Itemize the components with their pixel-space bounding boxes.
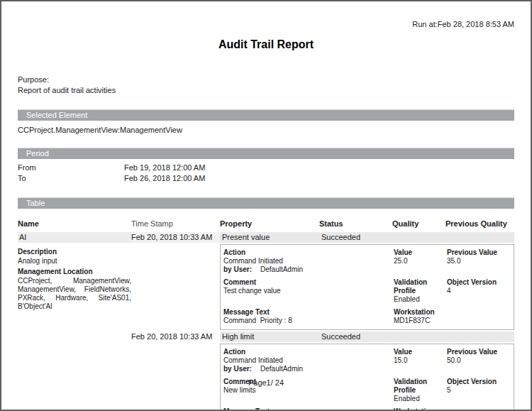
column-header-quality: Quality [392,219,445,228]
action-value: Command Initiated [223,356,389,365]
value-value: 15.0 [394,356,443,365]
validation-profile-label: Validation Profile [394,278,443,295]
entry-property-block: Present value Succeeded Action Command I… [220,232,514,330]
value-cell: Value 25.0 [391,246,444,276]
object-version-label: Object Version [447,278,512,287]
period-block: From Feb 19, 2018 12:00 AM To Feb 26, 20… [18,163,514,184]
workstation-cell: Workstation MD1F837C [391,306,444,327]
purpose-label: Purpose: [18,75,514,85]
entry-status: Succeeded [321,232,514,243]
period-from-row: From Feb 19, 2018 12:00 AM [18,163,514,173]
comment-value: Test change value [223,287,389,295]
object-name: AI [18,232,131,243]
management-location-label: Management Location [18,267,131,276]
action-label: Action [223,348,389,356]
message-text-value: Command Priority : 8 [223,317,389,325]
object-description-block: Description Analog input Management Loca… [18,247,131,311]
period-section-header: Period [18,148,514,159]
entry-property-block: High limit Succeeded Action Command Init… [220,331,514,411]
column-header-status: Status [319,219,392,228]
by-user-label: by User: [223,365,252,373]
entry-status: Succeeded [321,331,514,342]
message-text-cell: Message Text Change [221,405,391,411]
period-from-value: Feb 19, 2018 12:00 AM [124,163,205,173]
previous-value-cell: Previous Value 35.0 [444,246,514,276]
purpose-text: Report of audit trail activities [18,85,514,96]
column-header-previous-quality: Previous Quality [445,219,514,228]
value-value: 25.0 [394,257,443,265]
page-number: Page1/ 24 [1,378,531,387]
period-to-value: Feb 26, 2018 12:00 AM [124,173,205,184]
purpose-block: Purpose: Report of audit trail activitie… [18,75,514,96]
entry-detail-box: Action Command Initiated by User:Default… [220,344,514,411]
action-cell: Action Command Initiated by User:Default… [221,246,391,276]
value-label: Value [394,348,443,356]
empty-cell [444,405,514,411]
report-page: Run at:Feb 28, 2018 8:53 AM Audit Trail … [0,0,532,411]
validation-profile-value: Enabled [394,295,443,304]
by-user-value: DefaultAdmin [260,365,303,373]
selected-element-value: CCProject.ManagementView:ManagementView [18,126,514,134]
previous-value-cell: Previous Value 50.0 [444,346,514,376]
validation-profile-cell: Validation Profile Enabled [391,276,444,306]
value-label: Value [394,248,443,257]
previous-value-label: Previous Value [447,348,512,356]
period-from-label: From [18,163,124,173]
page-title: Audit Trail Report [18,38,514,51]
period-to-label: To [18,173,124,184]
by-user-line: by User:DefaultAdmin [223,265,389,274]
empty-cell [444,306,514,327]
entry-property-strip: Present value Succeeded [220,232,514,243]
column-header-time-stamp: Time Stamp [131,219,220,228]
table-section-header: Table [18,197,514,209]
run-at-timestamp: Run at:Feb 28, 2018 8:53 AM [18,20,514,28]
object-version-value: 4 [447,287,512,295]
by-user-label: by User: [223,265,252,273]
description-value: Analog input [18,256,131,265]
entry-timestamp: Feb 20, 2018 10:33 AM [131,331,220,342]
comment-label: Comment [223,278,389,287]
table-row: Feb 20, 2018 10:33 AM High limit Succeed… [131,331,514,411]
action-cell: Action Command Initiated by User:Default… [221,346,391,376]
entry-property: High limit [222,331,321,342]
object-version-cell: Object Version 4 [444,276,514,306]
comment-value: New limits [223,386,389,395]
previous-value-label: Previous Value [447,248,512,257]
workstation-value: MD1F837C [394,317,443,325]
workstation-label: Workstation [394,407,443,411]
entry-timestamp: Feb 20, 2018 10:33 AM [131,232,220,243]
message-text-label: Message Text [223,308,389,317]
by-user-line: by User:DefaultAdmin [223,365,389,373]
by-user-value: DefaultAdmin [260,265,303,273]
validation-profile-value: Enabled [394,395,443,403]
entry-detail-box: Action Command Initiated by User:Default… [220,244,514,330]
report-content: Run at:Feb 28, 2018 8:53 AM Audit Trail … [1,1,531,411]
previous-value-value: 35.0 [447,257,512,265]
management-location-value: CCProject, ManagementView, ManagementVie… [18,277,131,311]
action-value: Command Initiated [223,257,389,265]
workstation-label: Workstation [394,308,443,317]
period-to-row: To Feb 26, 2018 12:00 AM [18,173,514,184]
column-header-property: Property [220,219,319,228]
table-row: Feb 20, 2018 10:33 AM Present value Succ… [131,232,514,330]
selected-element-section-header: Selected Element [18,109,514,121]
value-cell: Value 15.0 [391,346,444,376]
entry-property: Present value [222,232,321,243]
previous-value-value: 50.0 [447,356,512,365]
comment-cell: Comment Test change value [221,276,391,306]
description-label: Description [18,247,131,256]
object-version-value: 5 [447,386,512,395]
workstation-cell: Workstation MD1F837C [391,405,444,411]
column-header-name: Name [18,219,131,228]
table-header-row: Name Time Stamp Property Status Quality … [18,219,514,231]
action-label: Action [223,248,389,257]
message-text-label: Message Text [223,407,389,411]
entry-property-strip: High limit Succeeded [220,331,514,342]
message-text-cell: Message Text Command Priority : 8 [221,306,391,327]
